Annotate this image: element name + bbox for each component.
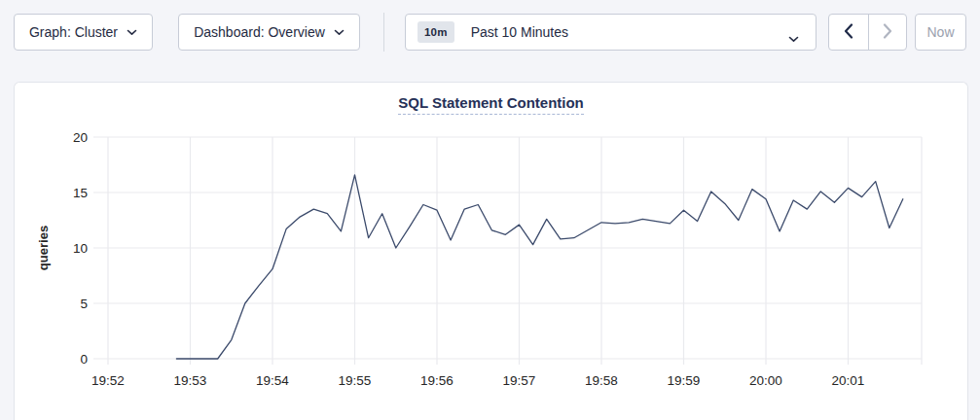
x-tick-label: 19:54 [256, 373, 289, 388]
graph-dropdown[interactable]: Graph: Cluster [14, 14, 153, 51]
toolbar-divider [383, 13, 384, 52]
x-tick-label: 19:55 [339, 373, 372, 388]
time-range-picker[interactable]: 10m Past 10 Minutes [405, 14, 817, 51]
chart-title-row: SQL Statement Contention [15, 94, 967, 112]
x-tick-label: 19:58 [585, 373, 618, 388]
y-axis-title: queries [36, 226, 51, 270]
toolbar: Graph: Cluster Dashboard: Overview 10m P… [0, 0, 980, 68]
chevron-down-icon [127, 29, 137, 36]
x-tick-label: 20:00 [749, 373, 782, 388]
x-tick-label: 20:01 [832, 373, 865, 388]
y-tick-label: 5 [80, 297, 88, 311]
time-nav-group [828, 14, 907, 51]
chart-title[interactable]: SQL Statement Contention [398, 94, 584, 115]
x-tick-label: 19:52 [91, 373, 125, 388]
time-forward-button[interactable] [868, 15, 907, 50]
dashboard-dropdown-label: Dashboard: Overview [194, 24, 325, 40]
data-line [176, 175, 902, 359]
dashboard-dropdown[interactable]: Dashboard: Overview [178, 14, 360, 51]
y-tick-label: 10 [73, 241, 88, 256]
chevron-down-icon [334, 29, 345, 36]
x-tick-label: 19:56 [420, 373, 454, 388]
x-tick-label: 19:59 [668, 373, 701, 388]
chevron-left-icon [844, 23, 853, 42]
chevron-down-icon [788, 30, 799, 46]
time-back-button[interactable] [829, 15, 868, 50]
time-range-badge: 10m [417, 21, 454, 43]
y-tick-label: 0 [80, 352, 88, 367]
time-range-label: Past 10 Minutes [471, 24, 568, 40]
x-tick-label: 19:57 [503, 373, 536, 388]
db-console-page: Graph: Cluster Dashboard: Overview 10m P… [0, 0, 980, 420]
chart-panel: 0510152019:5219:5319:5419:5519:5619:5719… [14, 82, 968, 420]
y-tick-label: 20 [73, 130, 88, 145]
sql-contention-chart[interactable]: 0510152019:5219:5319:5419:5519:5619:5719… [15, 83, 967, 419]
now-button[interactable]: Now [915, 14, 966, 51]
x-tick-label: 19:53 [174, 373, 207, 388]
chevron-right-icon [883, 23, 892, 42]
graph-dropdown-label: Graph: Cluster [29, 24, 118, 40]
y-tick-label: 15 [73, 186, 88, 200]
